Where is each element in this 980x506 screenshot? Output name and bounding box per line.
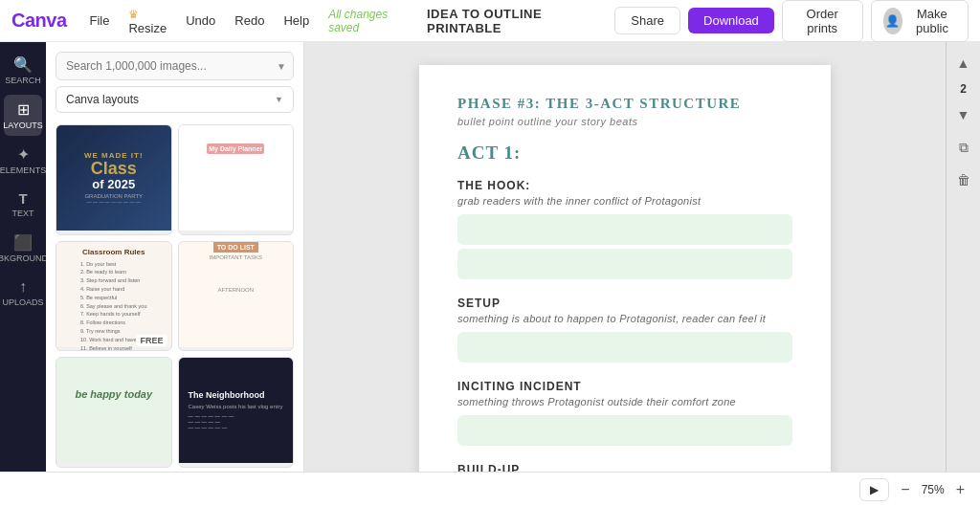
avatar: 👤 [883, 8, 902, 34]
copy-icon[interactable]: ⧉ [950, 134, 977, 161]
background-icon: ⬛ [13, 233, 33, 252]
section-inciting: INCITING INCIDENT something throws Prota… [457, 380, 792, 446]
search-input[interactable] [56, 52, 294, 80]
nav-resize[interactable]: ♛ Resize [121, 3, 174, 39]
nav-help[interactable]: Help [276, 10, 317, 32]
todo-important: IMPORTANT TASKS [206, 253, 266, 262]
section-hook-title: THE HOOK: [457, 179, 792, 192]
todo-title: TO DO LIST [213, 242, 258, 253]
present-button[interactable]: ▶ [859, 478, 889, 501]
section-inciting-title: INCITING INCIDENT [457, 380, 792, 393]
panel-card-neighborhood[interactable]: The Neighborhood Casey Weiss posts his l… [178, 357, 295, 468]
panel-card-happy[interactable]: be happy today [56, 357, 172, 468]
sidebar-text-label: TEXT [11, 209, 33, 218]
present-icon: ▶ [870, 483, 879, 496]
layout-select-label: Canva layouts [66, 93, 139, 106]
top-nav: Canva File ♛ Resize Undo Redo Help All c… [0, 0, 980, 42]
section-hook: THE HOOK: grab readers with the inner co… [457, 179, 792, 279]
canva-logo[interactable]: Canva [11, 10, 67, 32]
panel-card-classroom[interactable]: Classroom Rules 1. Do your best 2. Be re… [56, 241, 172, 352]
make-public-button[interactable]: 👤 Make public [871, 0, 969, 42]
section-buildup: BUILD-UP Protagonist is going to have to… [457, 463, 792, 472]
neighborhood-title: The Neighborhood [185, 386, 269, 404]
classroom-title: Classroom Rules [82, 248, 145, 256]
layout-select-chevron-icon: ▼ [275, 95, 283, 104]
nav-menu: File ♛ Resize Undo Redo Help [82, 3, 318, 39]
sidebar-item-elements[interactable]: ✦ ELEMENTS [4, 140, 42, 181]
sidebar-elements-label: ELEMENTS [0, 165, 46, 175]
sidebar-search-label: SEARCH [5, 76, 41, 85]
sidebar-uploads-label: UPLOADS [3, 297, 44, 307]
down-arrow-icon[interactable]: ▼ [950, 101, 977, 128]
uploads-icon: ↑ [19, 278, 27, 296]
neighborhood-content: — — — — — — —— — — — —— — — — — — [185, 409, 238, 434]
text-icon: T [18, 190, 27, 207]
page-subtitle: bullet point outline your story beats [457, 116, 792, 127]
section-buildup-title: BUILD-UP [457, 463, 792, 472]
page-number: 2 [960, 82, 967, 96]
sidebar-background-label: BKGROUND [0, 253, 48, 263]
sidebar-item-layouts[interactable]: ⊞ LAYOUTS [4, 95, 42, 136]
section-setup-desc: something is about to happen to Protagon… [457, 313, 792, 324]
grad-year: of 2025 [84, 177, 144, 191]
canvas-page: PHASE #3: THE 3-ACT STRUCTURE bullet poi… [419, 65, 831, 472]
doc-title: IDEA TO OUTLINE PRINTABLE [427, 7, 599, 35]
nav-right: Share Download Order prints 👤 Make publi… [614, 0, 969, 42]
left-sidebar: 🔍 SEARCH ⊞ LAYOUTS ✦ ELEMENTS T TEXT ⬛ B… [0, 42, 46, 472]
page-phase: PHASE #3: THE 3-ACT STRUCTURE [457, 96, 792, 112]
chevron-down-icon: ▼ [277, 61, 286, 72]
sidebar-item-text[interactable]: T TEXT [4, 185, 42, 224]
main-area: 🔍 SEARCH ⊞ LAYOUTS ✦ ELEMENTS T TEXT ⬛ B… [0, 42, 980, 472]
right-sidebar: ▲ 2 ▼ ⧉ 🗑 [946, 42, 980, 472]
sidebar-item-background[interactable]: ⬛ BKGROUND [4, 228, 42, 269]
zoom-in-button[interactable]: + [952, 481, 969, 498]
share-button[interactable]: Share [614, 7, 680, 34]
nav-undo[interactable]: Undo [178, 10, 223, 32]
grad-class: Class [84, 160, 144, 177]
up-arrow-icon[interactable]: ▲ [950, 50, 977, 77]
section-setup-title: SETUP [457, 297, 792, 310]
panel: ▼ Canva layouts ▼ WE MADE IT! Class of 2… [46, 42, 304, 472]
free-badge: FREE [136, 335, 167, 346]
delete-icon[interactable]: 🗑 [950, 166, 977, 193]
hook-box-1 [457, 214, 792, 245]
nav-file[interactable]: File [82, 10, 118, 32]
panel-card-graduation[interactable]: WE MADE IT! Class of 2025 GRADUATION PAR… [56, 124, 172, 235]
layouts-icon: ⊞ [17, 100, 30, 119]
panel-grid: WE MADE IT! Class of 2025 GRADUATION PAR… [46, 121, 303, 472]
todo-afternoon: AFTERNOON [213, 285, 257, 295]
search-wrapper: ▼ [56, 52, 294, 80]
panel-search: ▼ [46, 42, 303, 86]
sidebar-item-search[interactable]: 🔍 SEARCH [4, 50, 42, 91]
zoom-level: 75% [922, 483, 945, 496]
bottom-bar: ▶ − 75% + [0, 472, 980, 506]
panel-card-planner[interactable]: My Daily Planner [178, 124, 295, 235]
download-button[interactable]: Download [688, 8, 774, 33]
panel-card-todo[interactable]: TO DO LIST IMPORTANT TASKS AFTERNOON [178, 241, 295, 352]
section-hook-desc: grab readers with the inner conflict of … [457, 195, 792, 207]
saved-status: All changes saved [328, 8, 412, 34]
order-prints-button[interactable]: Order prints [782, 0, 863, 42]
section-inciting-desc: something throws Protagonist outside the… [457, 396, 792, 407]
sidebar-layouts-label: LAYOUTS [3, 121, 42, 130]
inciting-box-1 [457, 415, 792, 446]
sidebar-item-uploads[interactable]: ↑ UPLOADS [4, 273, 42, 313]
elements-icon: ✦ [17, 145, 30, 164]
happy-title: be happy today [75, 388, 152, 400]
setup-box-1 [457, 332, 792, 363]
grad-details: — — — — — — — — — [84, 199, 144, 205]
search-icon: 🔍 [13, 55, 33, 74]
canvas-area[interactable]: PHASE #3: THE 3-ACT STRUCTURE bullet poi… [304, 42, 946, 472]
page-act: ACT 1: [457, 143, 792, 164]
layout-select[interactable]: Canva layouts ▼ [56, 86, 294, 113]
section-setup: SETUP something is about to happen to Pr… [457, 297, 792, 363]
crown-icon: ♛ [128, 8, 139, 21]
hook-box-2 [457, 249, 792, 279]
planner-title: My Daily Planner [207, 143, 264, 154]
nav-redo[interactable]: Redo [227, 10, 272, 32]
zoom-out-button[interactable]: − [897, 481, 913, 498]
